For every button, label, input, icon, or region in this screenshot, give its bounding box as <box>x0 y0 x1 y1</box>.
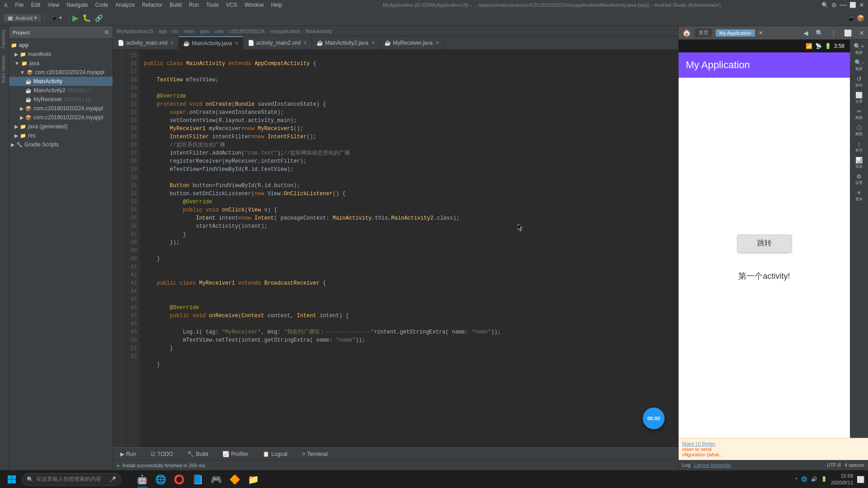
tab-build[interactable]: 🔨 Build <box>184 450 212 458</box>
emulator-close-icon[interactable]: ✕ <box>859 29 864 37</box>
tab-terminal[interactable]: > Terminal <box>298 450 331 458</box>
fab-timer[interactable]: 00:00 <box>643 408 665 429</box>
tab-activity-main-xml[interactable]: 📄 activity_main.xml ✕ <box>113 36 179 50</box>
menu-item-edit[interactable]: Edit <box>31 2 41 8</box>
breadcrumb-src[interactable]: src <box>172 28 179 34</box>
tray-network-icon[interactable]: 🌐 <box>801 476 807 482</box>
system-clock[interactable]: 15:58 2020/8/11 <box>831 473 853 486</box>
maximize-button[interactable]: ⬜ <box>849 2 856 8</box>
tab-mainactivity2-java[interactable]: ☕ MainActivity2.java ✕ <box>312 36 380 50</box>
tree-item-gradle[interactable]: ▶ 🔧 Gradle Scripts <box>9 140 113 149</box>
start-button[interactable] <box>4 471 20 488</box>
tab-todo[interactable]: ☑ TODO <box>147 450 176 458</box>
menu-item-build[interactable]: Build <box>170 2 182 8</box>
tab-mainactivity-java[interactable]: ☕ MainActivity.java ✕ <box>179 36 243 50</box>
taskbar-app-app4[interactable]: 🎮 <box>208 471 225 488</box>
emulator-zoom-icon[interactable]: ⬜ <box>844 29 852 37</box>
breadcrumb-project[interactable]: MyApplication19 <box>117 28 153 34</box>
tray-battery-icon[interactable]: 🔋 <box>821 476 827 482</box>
emulator-tab-myapp[interactable]: My Application <box>716 29 755 37</box>
emulator-tab-close[interactable]: ✕ <box>759 30 763 36</box>
tab-close-5[interactable]: ✕ <box>435 40 439 45</box>
emu-tool-screenshot[interactable]: ✂ 截图 <box>852 107 866 121</box>
emu-tool-multiwindow[interactable]: ↕ 多开 <box>852 139 866 154</box>
emulator-tab-home[interactable]: 首页 <box>695 28 712 37</box>
emulator-back-icon[interactable]: ◀ <box>803 29 808 37</box>
emu-tool-install[interactable]: 📊 安装 <box>852 155 866 170</box>
tab-myreceiver-java[interactable]: ☕ MyReceiver.java ✕ <box>380 36 444 50</box>
close-button[interactable]: ✕ <box>859 1 864 9</box>
avd-manager-icon[interactable]: 📱 <box>847 14 855 22</box>
tab-profiler[interactable]: 📈 Profiler <box>219 450 252 458</box>
menu-item-file[interactable]: File <box>15 2 24 8</box>
tree-item-package1[interactable]: ▼ 📦 com.c201801020224.myappl <box>9 68 113 77</box>
emu-tool-screenshot2[interactable]: ⬡ 截图 <box>852 123 866 137</box>
build-variants-tab[interactable]: Build Variants <box>0 52 9 87</box>
emu-tool-zoom-in[interactable]: 🔍+ 截屏 <box>852 42 866 56</box>
run-button[interactable]: ▶ <box>72 13 79 23</box>
menu-item-vcs[interactable]: VCS <box>226 2 237 8</box>
emu-tool-rotate[interactable]: ↺ 旋转 <box>852 74 866 89</box>
search-toolbar-icon[interactable]: 🔍 <box>821 2 829 9</box>
emu-tool-zoom-out[interactable]: 🔍- 截屏 <box>852 58 866 72</box>
settings-icon[interactable]: ⚙ <box>831 2 837 9</box>
menu-item-run[interactable]: Run <box>189 2 199 8</box>
tab-run[interactable]: ▶ Run <box>117 450 140 458</box>
tab-logcat[interactable]: 📋 Logcat <box>259 450 291 458</box>
project-selector[interactable]: 🤖 Android ▾ <box>4 14 41 22</box>
tab-close-2[interactable]: ✕ <box>235 41 238 46</box>
tree-item-manifests[interactable]: ▶ 📁 manifests <box>9 50 113 59</box>
code-content[interactable]: public class MainActivity extends AppCom… <box>140 50 678 447</box>
tree-item-package2[interactable]: ▶ 📦 com.c201801020224.myappl <box>9 104 113 113</box>
breadcrumb-com[interactable]: com <box>214 28 224 34</box>
taskbar-app-browser[interactable]: 🌐 <box>152 471 169 488</box>
emu-tool-settings[interactable]: ⚙ 设置 <box>852 172 866 186</box>
tab-close-3[interactable]: ✕ <box>303 40 307 45</box>
menu-item-help[interactable]: Help <box>271 2 282 8</box>
tab-activity-main2-xml[interactable]: 📄 activity_main2.xml ✕ <box>243 36 312 50</box>
breadcrumb-mainactivity[interactable]: MainActivity <box>306 28 332 34</box>
tree-item-mainactivity2[interactable]: ☕ MainActivity2 2020/8/11 1 <box>9 86 113 95</box>
tray-chevron-icon[interactable]: ^ <box>795 477 797 482</box>
tree-item-java[interactable]: ▼ 📁 java <box>9 59 113 68</box>
tab-close-4[interactable]: ✕ <box>371 40 375 45</box>
breadcrumb-pkg[interactable]: c201801020224 <box>229 28 265 34</box>
taskbar-app-app5[interactable]: 🔶 <box>226 471 243 488</box>
tree-item-myreceiver[interactable]: ☕ MyReceiver 2020/8/11 15: <box>9 95 113 104</box>
emu-tool-fullscreen[interactable]: ⬜ 全屏 <box>852 90 866 105</box>
taskbar-app-office[interactable]: 📘 <box>189 471 206 488</box>
sidebar-settings-icon[interactable]: ⚙ <box>104 29 109 35</box>
breadcrumb-main[interactable]: main <box>184 28 195 34</box>
attach-button[interactable]: 🔗 <box>95 14 103 22</box>
tree-item-mainactivity[interactable]: ☕ MainActivity 2020/8/11 15: <box>9 77 113 86</box>
tree-item-app[interactable]: 📁 app <box>9 41 113 50</box>
favorites-tab[interactable]: Favorites <box>0 26 9 52</box>
tree-item-package3[interactable]: ▶ 📦 com.c201801020224.myappl <box>9 113 113 122</box>
menu-item-tools[interactable]: Tools <box>206 2 219 8</box>
emulator-search-icon[interactable]: 🔍 <box>816 29 823 37</box>
tree-item-java-generated[interactable]: ▶ 📁 java (generated) <box>9 122 113 131</box>
breadcrumb-myapplication[interactable]: myapplication <box>270 28 300 34</box>
tray-volume-icon[interactable]: 🔊 <box>811 476 817 482</box>
debug-button[interactable]: 🐛 <box>82 14 91 22</box>
sdk-manager-icon[interactable]: 📦 <box>857 14 864 22</box>
taskbar-app-android-studio[interactable]: 🤖 <box>134 471 151 488</box>
taskbar-app-chrome[interactable]: ⭕ <box>171 471 188 488</box>
menu-item-refactor[interactable]: Refactor <box>142 2 162 8</box>
taskbar-app-app6[interactable]: 📁 <box>245 471 262 488</box>
minimize-button[interactable]: — <box>840 1 847 9</box>
breadcrumb-app[interactable]: app <box>158 28 166 34</box>
menu-item-analyze[interactable]: Analyze <box>115 2 135 8</box>
layout-inspector-label[interactable]: Layout Inspector <box>694 462 731 468</box>
menu-item-navigate[interactable]: Navigate <box>66 2 88 8</box>
device-selector[interactable]: 📱 ▾ <box>48 14 65 22</box>
show-desktop-icon[interactable]: ⬜ <box>857 476 864 483</box>
taskbar-search-box[interactable]: 🔍 在这里输入你想搜索的内容 🎤 <box>22 473 121 486</box>
breadcrumb-java[interactable]: java <box>200 28 209 34</box>
emulator-menu-icon[interactable]: ⋮ <box>830 29 837 37</box>
menu-item-view[interactable]: View <box>47 2 59 8</box>
emu-tool-more[interactable]: ≡ 更多 <box>852 188 866 202</box>
menu-item-window[interactable]: Window <box>245 2 264 8</box>
tree-item-res[interactable]: ▶ 📁 res <box>9 131 113 140</box>
menu-item-code[interactable]: Code <box>95 2 108 8</box>
